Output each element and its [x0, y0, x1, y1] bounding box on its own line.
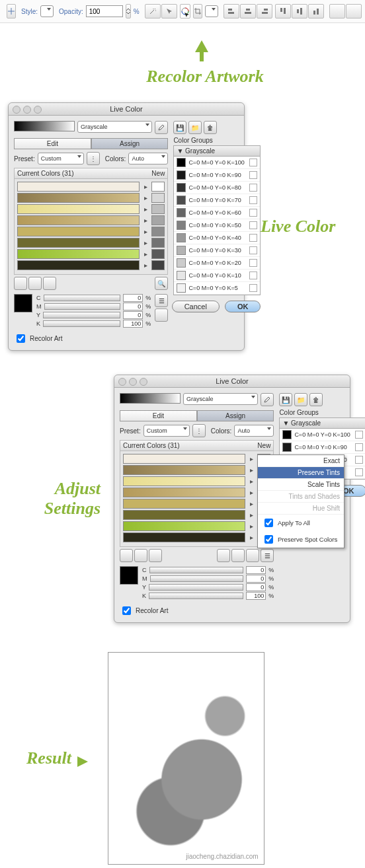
- active-swatch[interactable]: [14, 294, 32, 312]
- cg-new-button[interactable]: 📁: [188, 121, 202, 134]
- tab-assign[interactable]: Assign: [197, 410, 274, 421]
- color-row[interactable]: ▸: [123, 488, 270, 497]
- row-btn-1[interactable]: [14, 277, 27, 290]
- slider-options-button[interactable]: [155, 308, 168, 322]
- color-row[interactable]: ▸: [17, 204, 165, 214]
- crop-select[interactable]: [205, 5, 218, 17]
- color-group-item[interactable]: C=0 M=0 Y=0 K=90: [174, 169, 260, 182]
- close-icon[interactable]: [118, 378, 126, 386]
- crop-icon[interactable]: [193, 4, 202, 18]
- color-row[interactable]: ▸: [123, 532, 270, 542]
- active-swatch[interactable]: [120, 566, 138, 585]
- preset-options-button[interactable]: ⋮: [192, 424, 206, 437]
- zoom-icon[interactable]: [140, 378, 147, 386]
- color-row[interactable]: ▸: [123, 454, 270, 464]
- active-colors-swatch[interactable]: [14, 121, 75, 131]
- cg-delete-button[interactable]: 🗑: [309, 393, 323, 406]
- row-btn-find[interactable]: 🔍: [155, 277, 168, 290]
- align-left-icon[interactable]: [223, 4, 239, 18]
- preset-options-button[interactable]: ⋮: [87, 152, 100, 165]
- recolor-art-input[interactable]: [17, 334, 25, 343]
- row-btn-3[interactable]: [149, 549, 162, 562]
- select-icon[interactable]: [161, 4, 177, 18]
- style-select[interactable]: [40, 5, 54, 17]
- row-btn-1[interactable]: [120, 549, 133, 562]
- slider-K[interactable]: K100%: [36, 320, 151, 328]
- color-row[interactable]: ▸: [123, 476, 270, 486]
- color-group-item[interactable]: C=0 M=0 Y=0 K=70: [174, 194, 260, 207]
- preserve-spot-checkbox[interactable]: Preserve Spot Colors: [258, 531, 344, 548]
- cg-new-button[interactable]: 📁: [294, 393, 307, 406]
- row-btn-2[interactable]: [28, 277, 42, 290]
- align-middle-icon[interactable]: [292, 4, 307, 18]
- color-row[interactable]: ▸: [17, 193, 165, 203]
- tab-edit[interactable]: Edit: [14, 138, 91, 149]
- recolor-art-checkbox[interactable]: Recolor Art: [120, 604, 274, 617]
- color-group-item[interactable]: C=0 M=0 Y=0 K=10: [174, 270, 260, 282]
- dist-1-icon[interactable]: [329, 4, 345, 18]
- color-group-item[interactable]: C=0 M=0 Y=0 K=5: [174, 282, 260, 295]
- edit-group-button[interactable]: [155, 121, 168, 134]
- popup-item[interactable]: Preserve Tints: [258, 467, 344, 479]
- edit-group-button[interactable]: [261, 393, 274, 406]
- recolor-art-checkbox[interactable]: Recolor Art: [14, 332, 168, 345]
- row-btn-2[interactable]: [134, 549, 147, 562]
- active-colors-swatch[interactable]: [120, 393, 181, 404]
- opacity-stepper[interactable]: [126, 4, 131, 18]
- slider-M[interactable]: M0%: [142, 575, 274, 583]
- color-row[interactable]: ▸: [123, 499, 270, 509]
- minimize-icon[interactable]: [23, 106, 31, 114]
- color-row[interactable]: ▸: [17, 227, 165, 236]
- slider-M[interactable]: M0%: [36, 303, 151, 310]
- color-row[interactable]: ▸: [17, 249, 165, 259]
- align-center-h-icon[interactable]: [240, 4, 256, 18]
- tab-assign[interactable]: Assign: [91, 138, 169, 149]
- slider-K[interactable]: K100%: [142, 592, 274, 600]
- color-group-item[interactable]: C=0 M=0 Y=0 K=90: [280, 441, 365, 454]
- slider-mode-button[interactable]: ☰: [155, 294, 168, 307]
- color-row[interactable]: ▸: [123, 521, 270, 531]
- wand-icon[interactable]: [145, 4, 161, 18]
- cg-save-button[interactable]: 💾: [173, 121, 186, 134]
- color-row[interactable]: ▸: [17, 238, 165, 248]
- color-group-item[interactable]: C=0 M=0 Y=0 K=100: [174, 157, 260, 169]
- color-group-item[interactable]: C=0 M=0 Y=0 K=30: [174, 244, 260, 257]
- apply-all-checkbox[interactable]: Apply To All: [258, 515, 344, 531]
- color-group-item[interactable]: C=0 M=0 Y=0 K=60: [174, 207, 260, 219]
- row-btn-c[interactable]: [246, 549, 259, 562]
- color-group-item[interactable]: C=0 M=0 Y=0 K=20: [174, 257, 260, 270]
- popup-item[interactable]: Scale Tints: [258, 479, 344, 491]
- slider-C[interactable]: C0%: [142, 566, 274, 574]
- color-group-header[interactable]: ▼ Grayscale: [173, 145, 261, 157]
- color-group-item[interactable]: C=0 M=0 Y=0 K=80: [174, 182, 260, 194]
- align-right-icon[interactable]: [257, 4, 272, 18]
- recolor-artwork-button[interactable]: [180, 4, 190, 18]
- preserve-spot-input[interactable]: [264, 535, 273, 544]
- color-row[interactable]: ▸: [123, 465, 270, 475]
- dist-2-icon[interactable]: [346, 4, 362, 18]
- preset-select[interactable]: Custom: [143, 425, 190, 437]
- color-row[interactable]: ▸: [17, 260, 165, 270]
- guide-button[interactable]: [7, 4, 16, 18]
- cg-delete-button[interactable]: 🗑: [204, 121, 217, 134]
- zoom-icon[interactable]: [34, 106, 42, 114]
- align-top-icon[interactable]: [275, 4, 291, 18]
- row-btn-b[interactable]: [231, 549, 245, 562]
- scheme-select[interactable]: Grayscale: [183, 393, 258, 405]
- tab-edit[interactable]: Edit: [120, 410, 197, 421]
- align-bottom-icon[interactable]: [308, 4, 324, 18]
- opacity-input[interactable]: [86, 5, 123, 17]
- color-group-item[interactable]: C=0 M=0 Y=0 K=50: [174, 219, 260, 232]
- colors-select[interactable]: Auto: [234, 425, 274, 437]
- slider-C[interactable]: C0%: [36, 294, 151, 302]
- minimize-icon[interactable]: [129, 378, 137, 386]
- row-btn-a[interactable]: [217, 549, 230, 562]
- scheme-select[interactable]: Grayscale: [77, 121, 152, 133]
- color-group-item[interactable]: C=0 M=0 Y=0 K=40: [174, 232, 260, 244]
- color-row[interactable]: ▸: [17, 182, 165, 192]
- color-group-header[interactable]: ▼ Grayscale: [279, 417, 365, 429]
- color-row[interactable]: ▸: [123, 510, 270, 520]
- row-btn-3[interactable]: [43, 277, 56, 290]
- slider-Y[interactable]: Y0%: [36, 311, 151, 319]
- recolor-art-input[interactable]: [122, 606, 131, 615]
